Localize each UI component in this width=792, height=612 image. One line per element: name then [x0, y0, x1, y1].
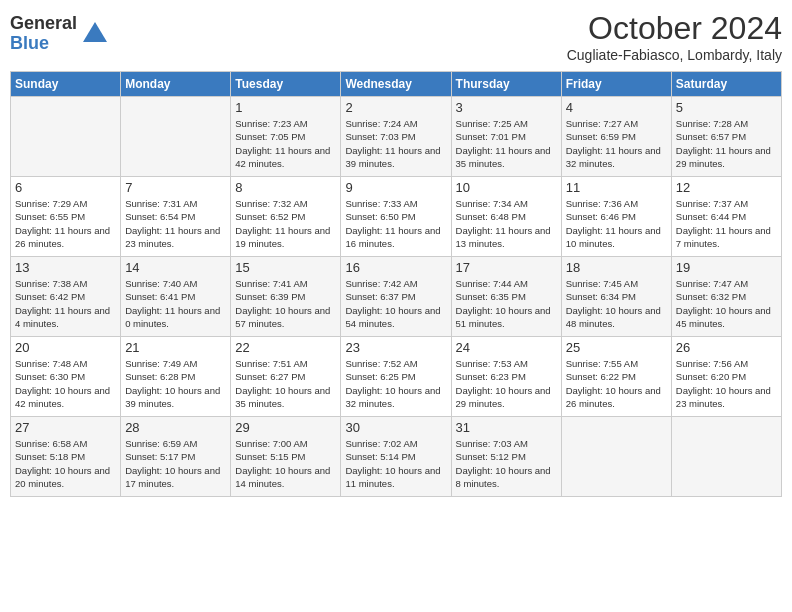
calendar-week-row: 1Sunrise: 7:23 AM Sunset: 7:05 PM Daylig…: [11, 97, 782, 177]
calendar-cell: 28Sunrise: 6:59 AM Sunset: 5:17 PM Dayli…: [121, 417, 231, 497]
day-number: 30: [345, 420, 446, 435]
calendar-cell: [561, 417, 671, 497]
calendar-cell: 8Sunrise: 7:32 AM Sunset: 6:52 PM Daylig…: [231, 177, 341, 257]
day-number: 24: [456, 340, 557, 355]
calendar-cell: [671, 417, 781, 497]
calendar-cell: 31Sunrise: 7:03 AM Sunset: 5:12 PM Dayli…: [451, 417, 561, 497]
calendar-cell: 10Sunrise: 7:34 AM Sunset: 6:48 PM Dayli…: [451, 177, 561, 257]
calendar-cell: 30Sunrise: 7:02 AM Sunset: 5:14 PM Dayli…: [341, 417, 451, 497]
calendar-cell: 7Sunrise: 7:31 AM Sunset: 6:54 PM Daylig…: [121, 177, 231, 257]
day-number: 9: [345, 180, 446, 195]
day-number: 20: [15, 340, 116, 355]
calendar-cell: 6Sunrise: 7:29 AM Sunset: 6:55 PM Daylig…: [11, 177, 121, 257]
calendar-header-cell: Wednesday: [341, 72, 451, 97]
cell-info: Sunrise: 7:49 AM Sunset: 6:28 PM Dayligh…: [125, 357, 226, 410]
calendar-cell: 16Sunrise: 7:42 AM Sunset: 6:37 PM Dayli…: [341, 257, 451, 337]
day-number: 10: [456, 180, 557, 195]
cell-info: Sunrise: 7:34 AM Sunset: 6:48 PM Dayligh…: [456, 197, 557, 250]
logo-blue: Blue: [10, 34, 77, 54]
day-number: 18: [566, 260, 667, 275]
calendar-cell: 13Sunrise: 7:38 AM Sunset: 6:42 PM Dayli…: [11, 257, 121, 337]
cell-info: Sunrise: 7:45 AM Sunset: 6:34 PM Dayligh…: [566, 277, 667, 330]
cell-info: Sunrise: 7:31 AM Sunset: 6:54 PM Dayligh…: [125, 197, 226, 250]
cell-info: Sunrise: 7:36 AM Sunset: 6:46 PM Dayligh…: [566, 197, 667, 250]
calendar-cell: 22Sunrise: 7:51 AM Sunset: 6:27 PM Dayli…: [231, 337, 341, 417]
calendar-cell: 23Sunrise: 7:52 AM Sunset: 6:25 PM Dayli…: [341, 337, 451, 417]
day-number: 16: [345, 260, 446, 275]
calendar-cell: 5Sunrise: 7:28 AM Sunset: 6:57 PM Daylig…: [671, 97, 781, 177]
day-number: 14: [125, 260, 226, 275]
calendar-cell: 12Sunrise: 7:37 AM Sunset: 6:44 PM Dayli…: [671, 177, 781, 257]
calendar-week-row: 27Sunrise: 6:58 AM Sunset: 5:18 PM Dayli…: [11, 417, 782, 497]
cell-info: Sunrise: 7:38 AM Sunset: 6:42 PM Dayligh…: [15, 277, 116, 330]
cell-info: Sunrise: 7:25 AM Sunset: 7:01 PM Dayligh…: [456, 117, 557, 170]
day-number: 8: [235, 180, 336, 195]
calendar-header-cell: Friday: [561, 72, 671, 97]
calendar-cell: 27Sunrise: 6:58 AM Sunset: 5:18 PM Dayli…: [11, 417, 121, 497]
calendar-cell: 25Sunrise: 7:55 AM Sunset: 6:22 PM Dayli…: [561, 337, 671, 417]
calendar-cell: 29Sunrise: 7:00 AM Sunset: 5:15 PM Dayli…: [231, 417, 341, 497]
calendar-cell: 19Sunrise: 7:47 AM Sunset: 6:32 PM Dayli…: [671, 257, 781, 337]
calendar-week-row: 13Sunrise: 7:38 AM Sunset: 6:42 PM Dayli…: [11, 257, 782, 337]
calendar-header-cell: Saturday: [671, 72, 781, 97]
svg-marker-0: [83, 22, 107, 42]
cell-info: Sunrise: 7:02 AM Sunset: 5:14 PM Dayligh…: [345, 437, 446, 490]
cell-info: Sunrise: 7:42 AM Sunset: 6:37 PM Dayligh…: [345, 277, 446, 330]
title-block: October 2024 Cugliate-Fabiasco, Lombardy…: [567, 10, 782, 63]
calendar-table: SundayMondayTuesdayWednesdayThursdayFrid…: [10, 71, 782, 497]
location: Cugliate-Fabiasco, Lombardy, Italy: [567, 47, 782, 63]
day-number: 26: [676, 340, 777, 355]
day-number: 23: [345, 340, 446, 355]
page-header: General Blue October 2024 Cugliate-Fabia…: [10, 10, 782, 63]
cell-info: Sunrise: 7:32 AM Sunset: 6:52 PM Dayligh…: [235, 197, 336, 250]
day-number: 17: [456, 260, 557, 275]
day-number: 1: [235, 100, 336, 115]
calendar-cell: 4Sunrise: 7:27 AM Sunset: 6:59 PM Daylig…: [561, 97, 671, 177]
day-number: 6: [15, 180, 116, 195]
cell-info: Sunrise: 7:23 AM Sunset: 7:05 PM Dayligh…: [235, 117, 336, 170]
calendar-body: 1Sunrise: 7:23 AM Sunset: 7:05 PM Daylig…: [11, 97, 782, 497]
cell-info: Sunrise: 7:41 AM Sunset: 6:39 PM Dayligh…: [235, 277, 336, 330]
cell-info: Sunrise: 7:03 AM Sunset: 5:12 PM Dayligh…: [456, 437, 557, 490]
calendar-cell: 1Sunrise: 7:23 AM Sunset: 7:05 PM Daylig…: [231, 97, 341, 177]
calendar-header-row: SundayMondayTuesdayWednesdayThursdayFrid…: [11, 72, 782, 97]
day-number: 19: [676, 260, 777, 275]
cell-info: Sunrise: 7:56 AM Sunset: 6:20 PM Dayligh…: [676, 357, 777, 410]
cell-info: Sunrise: 7:53 AM Sunset: 6:23 PM Dayligh…: [456, 357, 557, 410]
cell-info: Sunrise: 7:55 AM Sunset: 6:22 PM Dayligh…: [566, 357, 667, 410]
calendar-cell: 17Sunrise: 7:44 AM Sunset: 6:35 PM Dayli…: [451, 257, 561, 337]
day-number: 7: [125, 180, 226, 195]
calendar-cell: 9Sunrise: 7:33 AM Sunset: 6:50 PM Daylig…: [341, 177, 451, 257]
calendar-cell: 24Sunrise: 7:53 AM Sunset: 6:23 PM Dayli…: [451, 337, 561, 417]
calendar-cell: 18Sunrise: 7:45 AM Sunset: 6:34 PM Dayli…: [561, 257, 671, 337]
calendar-cell: 15Sunrise: 7:41 AM Sunset: 6:39 PM Dayli…: [231, 257, 341, 337]
cell-info: Sunrise: 7:28 AM Sunset: 6:57 PM Dayligh…: [676, 117, 777, 170]
calendar-cell: 20Sunrise: 7:48 AM Sunset: 6:30 PM Dayli…: [11, 337, 121, 417]
day-number: 29: [235, 420, 336, 435]
cell-info: Sunrise: 7:47 AM Sunset: 6:32 PM Dayligh…: [676, 277, 777, 330]
cell-info: Sunrise: 7:24 AM Sunset: 7:03 PM Dayligh…: [345, 117, 446, 170]
calendar-cell: 3Sunrise: 7:25 AM Sunset: 7:01 PM Daylig…: [451, 97, 561, 177]
calendar-cell: 26Sunrise: 7:56 AM Sunset: 6:20 PM Dayli…: [671, 337, 781, 417]
cell-info: Sunrise: 7:40 AM Sunset: 6:41 PM Dayligh…: [125, 277, 226, 330]
calendar-cell: 11Sunrise: 7:36 AM Sunset: 6:46 PM Dayli…: [561, 177, 671, 257]
cell-info: Sunrise: 7:37 AM Sunset: 6:44 PM Dayligh…: [676, 197, 777, 250]
cell-info: Sunrise: 6:59 AM Sunset: 5:17 PM Dayligh…: [125, 437, 226, 490]
day-number: 22: [235, 340, 336, 355]
calendar-week-row: 6Sunrise: 7:29 AM Sunset: 6:55 PM Daylig…: [11, 177, 782, 257]
day-number: 31: [456, 420, 557, 435]
cell-info: Sunrise: 6:58 AM Sunset: 5:18 PM Dayligh…: [15, 437, 116, 490]
day-number: 3: [456, 100, 557, 115]
logo-icon: [81, 20, 109, 48]
cell-info: Sunrise: 7:29 AM Sunset: 6:55 PM Dayligh…: [15, 197, 116, 250]
day-number: 25: [566, 340, 667, 355]
cell-info: Sunrise: 7:52 AM Sunset: 6:25 PM Dayligh…: [345, 357, 446, 410]
day-number: 27: [15, 420, 116, 435]
day-number: 21: [125, 340, 226, 355]
cell-info: Sunrise: 7:33 AM Sunset: 6:50 PM Dayligh…: [345, 197, 446, 250]
day-number: 11: [566, 180, 667, 195]
calendar-week-row: 20Sunrise: 7:48 AM Sunset: 6:30 PM Dayli…: [11, 337, 782, 417]
calendar-cell: 21Sunrise: 7:49 AM Sunset: 6:28 PM Dayli…: [121, 337, 231, 417]
calendar-header-cell: Thursday: [451, 72, 561, 97]
calendar-cell: 2Sunrise: 7:24 AM Sunset: 7:03 PM Daylig…: [341, 97, 451, 177]
